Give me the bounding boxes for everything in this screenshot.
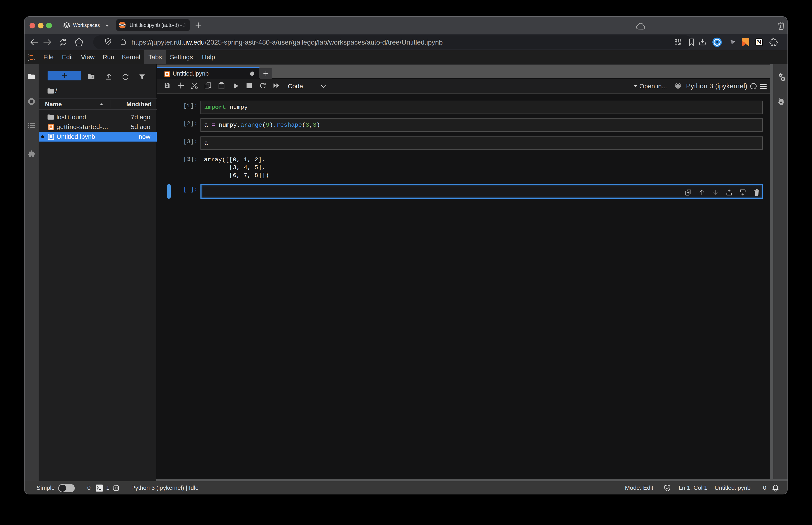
svg-text:N: N bbox=[757, 39, 761, 45]
